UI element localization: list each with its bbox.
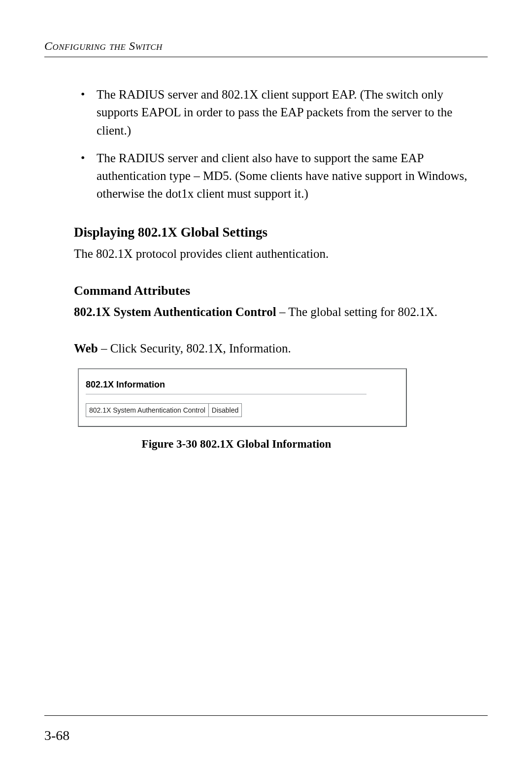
bullet-list: The RADIUS server and 802.1X client supp…: [74, 86, 488, 203]
command-attribute-line: 802.1X System Authentication Control – T…: [74, 303, 488, 321]
command-attributes-heading: Command Attributes: [74, 281, 488, 300]
attr-name: 802.1X System Authentication Control: [74, 305, 276, 318]
section-heading: Displaying 802.1X Global Settings: [74, 223, 488, 242]
page-number: 3-68: [44, 728, 69, 743]
bullet-item: The RADIUS server and client also have t…: [74, 149, 488, 203]
screenshot-rule: [86, 394, 366, 394]
table-cell-label: 802.1X System Authentication Control: [86, 404, 209, 417]
bullet-text: The RADIUS server and client also have t…: [97, 151, 467, 201]
bullet-text: The RADIUS server and 802.1X client supp…: [97, 88, 452, 137]
figure-caption: Figure 3-30 802.1X Global Information: [74, 436, 399, 452]
web-rest: – Click Security, 802.1X, Information.: [98, 342, 291, 355]
attr-desc: – The global setting for 802.1X.: [276, 305, 437, 318]
web-nav-line: Web – Click Security, 802.1X, Informatio…: [74, 340, 488, 357]
web-label: Web: [74, 342, 98, 355]
screenshot-title: 802.1X Information: [86, 378, 399, 391]
footer-rule: [44, 715, 488, 716]
screenshot-table: 802.1X System Authentication Control Dis…: [86, 403, 242, 417]
page: Configuring the Switch The RADIUS server…: [0, 0, 532, 774]
running-head-text: Configuring the Switch: [44, 39, 163, 52]
body: The RADIUS server and 802.1X client supp…: [44, 86, 488, 453]
running-head: Configuring the Switch: [44, 39, 488, 53]
table-cell-value: Disabled: [208, 404, 241, 417]
section-intro: The 802.1X protocol provides client auth…: [74, 245, 488, 263]
bullet-item: The RADIUS server and 802.1X client supp…: [74, 86, 488, 140]
header-rule: [44, 57, 488, 57]
table-row: 802.1X System Authentication Control Dis…: [86, 404, 242, 417]
screenshot-panel: 802.1X Information 802.1X System Authent…: [78, 368, 407, 427]
